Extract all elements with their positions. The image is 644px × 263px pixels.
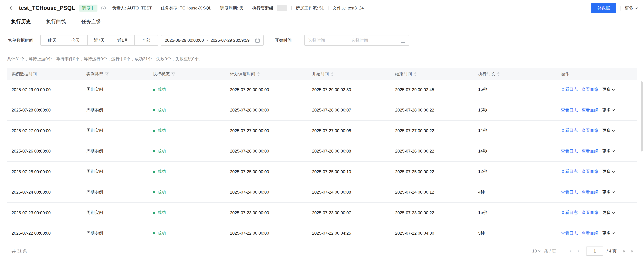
view-log-link[interactable]: 查看日志 (561, 148, 578, 154)
cell-operation: 查看日志 查看血缘 更多 (561, 128, 637, 134)
divider (291, 6, 292, 10)
status-badge: 调度中 (79, 4, 98, 12)
first-page-button[interactable] (566, 247, 574, 255)
data-time-range-picker[interactable]: 2025-06-29 00:00:00 ~ 2025-07-29 23:59:5… (161, 35, 264, 46)
view-lineage-link[interactable]: 查看血缘 (582, 128, 598, 134)
meta-task-type: 任务类型: TCHouse-X SQL (160, 5, 211, 11)
success-dot-icon (153, 109, 155, 111)
view-log-link[interactable]: 查看日志 (561, 230, 578, 236)
cell-start-time: 2025-07-28 00:00:07 (312, 108, 395, 113)
sort-icon[interactable] (257, 72, 260, 76)
cell-instance-data-time: 2025-07-29 00:00:00 (12, 87, 86, 92)
cell-duration: 15秒 (478, 210, 561, 216)
chevron-down-icon (612, 191, 615, 194)
info-icon[interactable] (101, 6, 106, 10)
cell-start-time: 2025-07-27 00:00:08 (312, 128, 395, 133)
total-pages: / 4 页 (607, 248, 617, 254)
next-page-button[interactable] (620, 247, 628, 255)
range-1month-button[interactable]: 近1月 (111, 35, 134, 46)
view-log-link[interactable]: 查看日志 (561, 189, 578, 195)
cell-execution-status: 成功 (153, 87, 230, 93)
cell-instance-type: 周期实例 (86, 230, 153, 236)
cell-instance-data-time: 2025-07-23 00:00:00 (12, 210, 86, 215)
cell-duration: 14秒 (478, 128, 561, 134)
cell-instance-data-time: 2025-07-27 00:00:00 (12, 128, 86, 133)
tab-task-lineage[interactable]: 任务血缘 (81, 16, 101, 27)
status-text: 成功 (158, 87, 166, 93)
success-dot-icon (153, 232, 155, 234)
sort-icon[interactable] (414, 72, 417, 76)
row-more-button[interactable]: 更多 (602, 148, 615, 154)
chevron-down-icon (612, 171, 615, 173)
table-row: 2025-07-25 00:00:00 周期实例 成功 2025-07-25 0… (7, 162, 637, 182)
row-more-button[interactable]: 更多 (602, 107, 615, 113)
row-more-button[interactable]: 更多 (602, 210, 615, 216)
view-lineage-link[interactable]: 查看血缘 (582, 148, 598, 154)
cell-duration: 15秒 (478, 107, 561, 113)
header-more-button[interactable]: 更多 (625, 5, 638, 11)
table-row: 2025-07-28 00:00:00 周期实例 成功 2025-07-28 0… (7, 100, 637, 121)
row-more-button[interactable]: 更多 (602, 87, 615, 93)
view-lineage-link[interactable]: 查看血缘 (582, 189, 598, 195)
cell-end-time: 2025-07-23 00:00:22 (395, 210, 478, 215)
top-bar: test_TCHouse_PSQL 调度中 负责人: AUTO_TEST 任务类… (0, 0, 644, 16)
view-lineage-link[interactable]: 查看血缘 (582, 210, 598, 216)
range-yesterday-button[interactable]: 昨天 (40, 35, 64, 46)
prev-page-button[interactable] (574, 247, 583, 255)
row-more-button[interactable]: 更多 (602, 230, 615, 236)
col-end-time: 结束时间 (395, 71, 478, 77)
view-log-link[interactable]: 查看日志 (561, 87, 578, 93)
cell-plan-schedule-time: 2025-07-22 00:00:00 (230, 231, 312, 236)
view-log-link[interactable]: 查看日志 (561, 169, 578, 175)
page-size-select[interactable]: 10 (532, 248, 542, 254)
col-operation: 操作 (561, 71, 637, 77)
calendar-icon (255, 38, 260, 42)
view-log-link[interactable]: 查看日志 (561, 210, 578, 216)
range-7days-button[interactable]: 近7天 (87, 35, 111, 46)
cell-instance-type: 周期实例 (86, 128, 153, 134)
view-lineage-link[interactable]: 查看血缘 (582, 169, 598, 175)
chevron-down-icon (612, 212, 615, 214)
filter-funnel-icon[interactable] (172, 72, 175, 76)
sort-icon[interactable] (330, 72, 334, 76)
cell-instance-type: 周期实例 (86, 189, 153, 195)
table-row: 2025-07-27 00:00:00 周期实例 成功 2025-07-27 0… (7, 121, 637, 141)
cell-operation: 查看日志 查看血缘 更多 (561, 107, 637, 113)
cell-operation: 查看日志 查看血缘 更多 (561, 189, 637, 195)
page-number-input[interactable] (586, 246, 603, 256)
cell-start-time: 2025-07-24 00:00:08 (312, 190, 395, 195)
status-text: 成功 (158, 128, 166, 134)
tab-execution-history[interactable]: 执行历史 (11, 16, 31, 27)
view-lineage-link[interactable]: 查看血缘 (582, 107, 598, 113)
back-icon[interactable] (8, 5, 14, 11)
cell-operation: 查看日志 查看血缘 更多 (561, 169, 637, 175)
row-more-button[interactable]: 更多 (602, 128, 615, 134)
backfill-data-button[interactable]: 补数据 (592, 3, 616, 13)
cell-execution-status: 成功 (153, 128, 230, 134)
divider (328, 6, 328, 10)
col-duration: 执行时长 (478, 71, 561, 77)
cell-end-time: 2025-07-29 00:02:45 (395, 87, 478, 92)
sort-icon[interactable] (497, 72, 500, 76)
cell-duration: 12秒 (478, 169, 561, 175)
status-text: 成功 (158, 148, 166, 154)
view-log-link[interactable]: 查看日志 (561, 107, 578, 113)
success-dot-icon (153, 191, 155, 194)
col-plan-schedule-time: 计划调度时间 (230, 71, 312, 77)
table-scrollbar[interactable] (641, 81, 642, 152)
table-row: 2025-07-24 00:00:00 周期实例 成功 2025-07-24 0… (7, 182, 637, 203)
view-lineage-link[interactable]: 查看血缘 (582, 87, 598, 93)
range-all-button[interactable]: 全部 (134, 35, 158, 46)
tab-execution-curve[interactable]: 执行曲线 (46, 16, 66, 27)
row-more-button[interactable]: 更多 (602, 169, 615, 175)
view-lineage-link[interactable]: 查看血缘 (582, 230, 598, 236)
divider (620, 6, 620, 10)
range-today-button[interactable]: 今天 (64, 35, 88, 46)
row-more-button[interactable]: 更多 (602, 189, 615, 195)
start-time-range-picker[interactable]: 选择时间 选择时间 (304, 35, 409, 46)
last-page-button[interactable] (628, 247, 637, 255)
chevron-down-icon (634, 7, 638, 9)
view-log-link[interactable]: 查看日志 (561, 128, 578, 134)
table-row: 2025-07-22 00:00:00 周期实例 成功 2025-07-22 0… (7, 223, 637, 240)
filter-funnel-icon[interactable] (105, 72, 109, 76)
